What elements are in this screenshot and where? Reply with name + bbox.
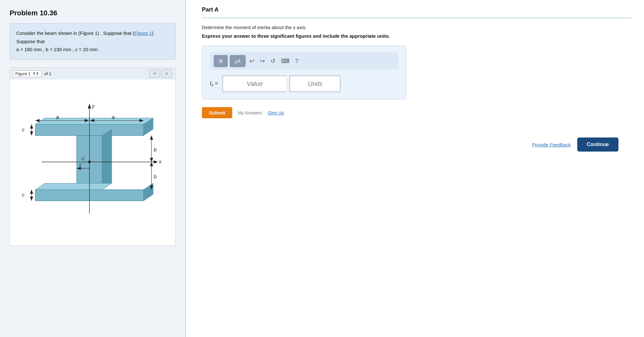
submit-button[interactable]: Submit [202, 107, 232, 118]
my-answers-label: My Answers [238, 110, 262, 115]
figure-dropdown[interactable]: Figure 1 ⬆⬇ [13, 70, 42, 77]
svg-marker-9 [88, 104, 91, 108]
svg-marker-33 [30, 124, 33, 128]
units-input[interactable] [289, 75, 341, 92]
svg-marker-34 [30, 131, 33, 135]
part-description: Determine the moment of inertia about th… [202, 25, 631, 30]
svg-text:x: x [158, 159, 162, 164]
svg-text:a: a [112, 114, 115, 120]
svg-point-14 [88, 161, 91, 163]
svg-text:c: c [22, 127, 25, 132]
input-row: Ix = [210, 75, 398, 92]
submit-row: Submit My Answers Give Up [202, 107, 631, 118]
svg-text:b: b [154, 174, 157, 179]
svg-marker-26 [150, 158, 153, 162]
description-text: Consider the beam shown in (Figure 1) . … [16, 30, 131, 36]
part-title: Part A [202, 0, 631, 18]
refresh-button[interactable]: ↺ [269, 56, 277, 66]
help-icon[interactable]: ? [293, 57, 300, 66]
mu-button[interactable]: μÅ [230, 55, 246, 67]
problem-description: Consider the beam shown in (Figure 1) . … [10, 23, 176, 60]
figure-label: Figure 1 [15, 71, 31, 76]
give-up-link[interactable]: Give Up [268, 110, 284, 115]
svg-marker-17 [35, 119, 40, 122]
figure-next-button[interactable]: > [161, 69, 172, 78]
figure-prev-button[interactable]: < [149, 69, 160, 78]
svg-text:y: y [92, 103, 95, 109]
bottom-actions: Provide Feedback Continue [202, 137, 631, 152]
svg-text:c: c [79, 162, 82, 167]
svg-text:a: a [56, 114, 59, 120]
svg-text:C: C [81, 155, 85, 161]
svg-marker-38 [30, 197, 33, 201]
redo-button[interactable]: ↪ [258, 56, 267, 66]
answer-box: ⊞ μÅ ↩ ↪ ↺ ⌨ ? Ix = [202, 46, 406, 99]
svg-marker-7 [35, 183, 112, 190]
figure-of-label: of 1 [44, 71, 51, 76]
svg-marker-25 [150, 135, 153, 139]
keyboard-button[interactable]: ⌨ [279, 56, 291, 66]
formula-label: Ix = [210, 80, 218, 87]
provide-feedback-link[interactable]: Provide Feedback [532, 142, 571, 147]
matrix-icon-button[interactable]: ⊞ [214, 55, 228, 67]
svg-text:b: b [154, 147, 157, 152]
value-input[interactable] [222, 75, 286, 92]
svg-marker-37 [30, 190, 33, 194]
problem-title: Problem 10.36 [10, 9, 176, 17]
math-toolbar: ⊞ μÅ ↩ ↪ ↺ ⌨ ? [210, 52, 398, 70]
figure-nav-buttons: < > [149, 69, 172, 78]
part-instruction: Express your answer to three significant… [202, 33, 631, 39]
svg-marker-29 [150, 162, 153, 166]
svg-marker-4 [102, 129, 112, 189]
svg-marker-12 [154, 160, 158, 163]
figure-display: y x C a a [10, 80, 176, 246]
chevron-down-icon: ⬆⬇ [33, 71, 39, 76]
description-values: a = 180 mm , b = 230 mm , c = 20 mm . [16, 47, 100, 52]
svg-text:c: c [22, 192, 25, 198]
undo-button[interactable]: ↩ [248, 56, 256, 66]
continue-button[interactable]: Continue [577, 137, 618, 152]
figure-selector-bar: Figure 1 ⬆⬇ of 1 < > [10, 67, 176, 80]
figure-link[interactable]: Figure 1 [134, 30, 152, 36]
